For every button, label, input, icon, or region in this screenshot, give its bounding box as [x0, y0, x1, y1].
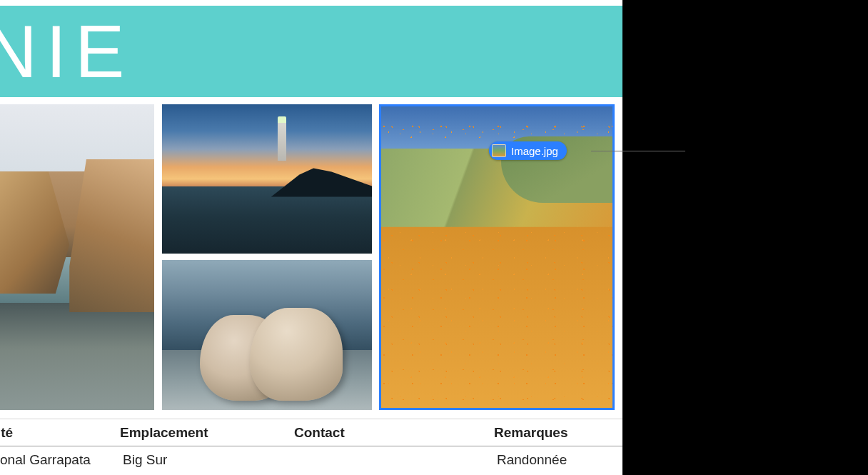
table-row[interactable]: onal Garrapata Big Sur Randonnée	[0, 446, 622, 473]
table-cell[interactable]: Randonnée	[497, 452, 622, 468]
table-cell[interactable]: onal Garrapata	[0, 452, 123, 468]
image-placeholder-sealions[interactable]	[162, 260, 372, 410]
drag-file-thumbnail-icon	[492, 144, 506, 157]
table-header-cell[interactable]: ité	[0, 425, 120, 441]
drag-file-indicator[interactable]: Image.jpg	[489, 141, 567, 160]
document-canvas[interactable]: RNIE Image.jpg ité Emplacement Contact R…	[0, 0, 622, 475]
page-title[interactable]: RNIE	[0, 9, 133, 94]
callout-leader-line	[591, 151, 685, 151]
image-placeholder-coast[interactable]	[0, 104, 154, 410]
data-table[interactable]: ité Emplacement Contact Remarques onal G…	[0, 419, 622, 473]
table-cell[interactable]: Big Sur	[123, 452, 297, 468]
table-header-cell[interactable]: Contact	[294, 425, 494, 441]
table-header-row: ité Emplacement Contact Remarques	[0, 419, 622, 446]
image-placeholder-lighthouse[interactable]	[162, 104, 372, 254]
drag-file-label: Image.jpg	[511, 145, 558, 157]
header-banner: RNIE	[0, 6, 622, 97]
table-header-cell[interactable]: Remarques	[494, 425, 620, 441]
table-header-cell[interactable]: Emplacement	[120, 425, 294, 441]
